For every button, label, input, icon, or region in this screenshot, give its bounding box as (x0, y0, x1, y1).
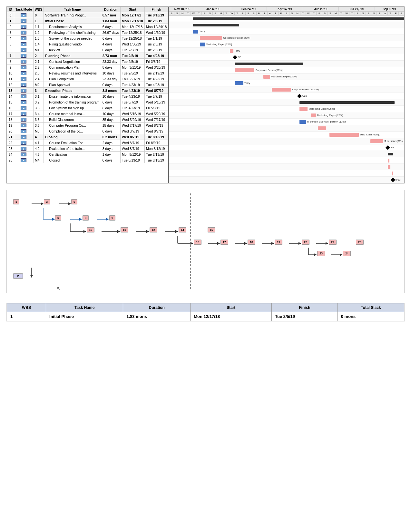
cell-duration: 6 days (101, 99, 120, 105)
table-row: 7 ▶ 2 Planning Phase 2.73 mon Tue 2/5/19… (7, 53, 168, 59)
cell-duration: 4 days (101, 41, 120, 47)
cell-start: Tue 2/5/19 (121, 70, 145, 76)
day-col: S (360, 12, 366, 15)
cell-taskmode: ▶ (14, 146, 34, 152)
cell-duration: 10 days (101, 94, 120, 99)
cell-id: 3 (7, 30, 14, 35)
col-start-header: Start (191, 303, 272, 312)
gantt-bar (392, 172, 393, 175)
milestone-marker (297, 94, 301, 98)
cell-duration: 26.67 days (101, 30, 120, 35)
col-wbs-header: WBS (7, 303, 46, 312)
main-container: ID Task Mode WBS Task Name Duration Star… (0, 0, 411, 328)
table-row: 9 ▶ 2.2 Communication Plan 8 days Mon 3/… (7, 64, 168, 70)
table-row: 8 ▶ 2.1 Contract Negotiation 23.33 day T… (7, 59, 168, 64)
period-sep8: Sep 8, '19 (375, 7, 404, 11)
cursor-indicator: ↖ (57, 285, 61, 291)
col-id: ID (7, 7, 14, 12)
cell-name: Computer Program Co... (44, 123, 101, 128)
cell-taskmode: ▶ (14, 12, 34, 18)
table-row: 16 ▶ 3.3 Fair System for sign up 8 days … (7, 105, 168, 111)
period-jun2: Jun 2, '19 (303, 7, 339, 11)
cell-duration: 1 day (101, 152, 120, 157)
cell-taskmode: ▶ (14, 88, 34, 94)
day-col: W (382, 12, 388, 15)
cell-finish: Tue 5/7/19 (145, 94, 168, 99)
gantt-bar (388, 153, 393, 155)
cell-wbs: 2.3 (33, 70, 44, 76)
bar-label: Marketing Expert[25%] (206, 43, 232, 46)
cell-wbs: M4 (33, 157, 44, 163)
table-row: 15 ▶ 3.2 Promotion of the training progr… (7, 99, 168, 105)
gantt-row: Terry (169, 80, 404, 86)
cell-duration: 23.33 day (101, 59, 120, 64)
cell-taskmode: ▶ (14, 18, 34, 24)
cell-finish: Wed 8/7/19 (145, 88, 168, 94)
cell-name: Execution Phase (44, 88, 101, 94)
cell-wbs: 1.4 (33, 41, 44, 47)
gantt-row: 8/7 (169, 144, 404, 151)
cell-start: Tue 5/7/19 (121, 99, 145, 105)
period-nov18: Nov 18, '18 (169, 7, 195, 11)
cell-duration: 2.73 mon (101, 53, 120, 59)
cell-start: Tue 12/25/18 (121, 35, 145, 41)
table-row: 19 ▶ 3.6 Computer Program Co... 15 days … (7, 123, 168, 128)
cell-finish: Fri 3/8/19 (145, 59, 168, 64)
gantt-days-row: S S M T W T F S S M T W T F S S M (169, 12, 404, 15)
period-jul21: Jul 21, '19 (339, 7, 375, 11)
table-row: 3 ▶ 1.2 Reviewing off-the-shelf training… (7, 30, 168, 35)
nd-node-23: 23 (317, 251, 325, 256)
nd-node-15: 15 (208, 227, 215, 232)
milestone-marker (233, 55, 237, 60)
cell-taskmode: ▶ (14, 47, 34, 53)
gantt-bar (329, 133, 359, 137)
nd-node-6: 6 (55, 215, 61, 221)
summary-wbs: 1 (7, 312, 46, 321)
bar-label: Marketing Expert[25%] (317, 114, 343, 117)
gantt-row (169, 157, 404, 164)
cell-wbs: 3.6 (33, 123, 44, 128)
cell-finish: Tue 2/19/19 (145, 70, 168, 76)
cell-taskmode: ▶ (14, 70, 34, 76)
day-col: S (251, 12, 257, 15)
cell-duration: 0 days (101, 128, 120, 134)
table-row: 10 ▶ 2.3 Review resumes and interviews 1… (7, 70, 168, 76)
day-col: T (311, 12, 317, 15)
cell-name: Survey of the course needed (44, 35, 101, 41)
cell-taskmode: ▶ (14, 24, 34, 30)
cell-taskmode: ▶ (14, 117, 34, 123)
table-row: 13 ▶ 3 Execution Phase 3.8 mons Tue 4/23… (7, 88, 168, 94)
col-start: Start (121, 7, 145, 12)
cell-name: Closing (44, 134, 101, 140)
day-col: M (295, 12, 300, 15)
cell-wbs: M2 (33, 82, 44, 88)
gantt-row (169, 61, 404, 67)
cell-start: Wed 5/15/19 (121, 111, 145, 117)
cell-taskmode: ▶ (14, 105, 34, 111)
gantt-row: Terry (169, 48, 404, 54)
bar-label: Terry (199, 30, 205, 33)
table-row: 25 ▶ M4 Closed 0 days Tue 8/13/19 Tue 8/… (7, 157, 168, 163)
cell-start: Mon 12/17/1 (121, 12, 145, 18)
cell-duration: 0.2 mons (101, 134, 120, 140)
day-col: M (333, 12, 338, 15)
cell-duration: 3 days (101, 146, 120, 152)
cell-wbs: 1.2 (33, 30, 44, 35)
cell-duration: 6 days (101, 35, 120, 41)
table-row: 21 ▶ 4 Closing 0.2 mons Wed 8/7/19 Tue 8… (7, 134, 168, 140)
cell-start: Tue 4/23/19 (121, 88, 145, 94)
cell-name: Review resumes and interviews (44, 70, 101, 76)
day-col: S (174, 12, 180, 15)
cell-wbs: 1.1 (33, 24, 44, 30)
cell-id: 4 (7, 35, 14, 41)
gantt-row (169, 164, 404, 170)
cell-name: Fair System for sign up (44, 105, 101, 111)
task-table: ID Task Mode WBS Task Name Duration Star… (7, 7, 169, 183)
cell-id: 13 (7, 88, 14, 94)
nd-node-9: 9 (109, 215, 115, 221)
day-col: T (338, 12, 344, 15)
cell-id: 22 (7, 140, 14, 146)
table-row: 14 ▶ 3.1 Disseminate the information 10 … (7, 94, 168, 99)
cell-start: Tue 4/23/19 (121, 105, 145, 111)
day-col: S (322, 12, 328, 15)
